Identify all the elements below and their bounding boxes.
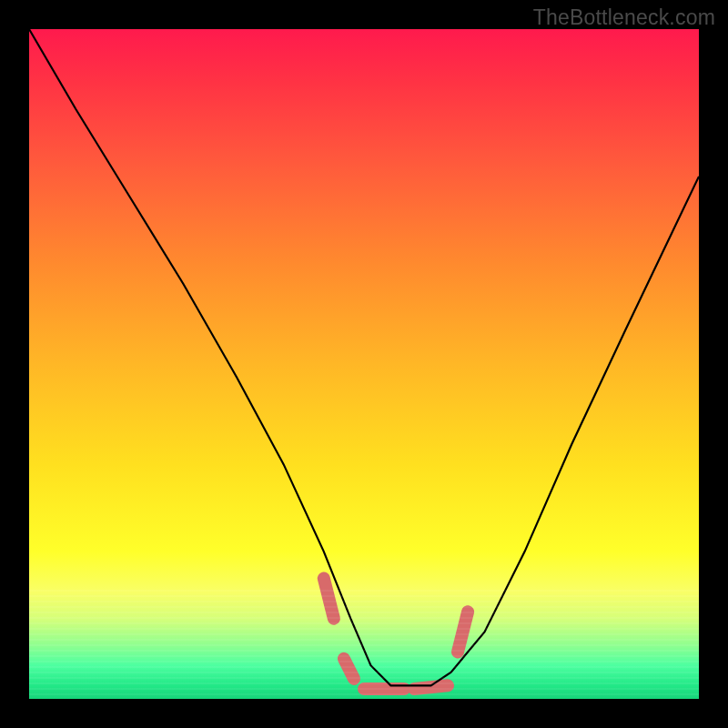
dash-segment-1 (344, 659, 354, 679)
bottleneck-curve (29, 29, 699, 685)
plot-area (29, 29, 699, 699)
chart-frame: TheBottleneck.com (0, 0, 728, 728)
dash-segment-4 (458, 612, 468, 652)
curve-svg (29, 29, 699, 699)
dash-group (324, 579, 468, 690)
dash-segment-0 (324, 579, 334, 619)
attribution-text: TheBottleneck.com (533, 5, 715, 30)
